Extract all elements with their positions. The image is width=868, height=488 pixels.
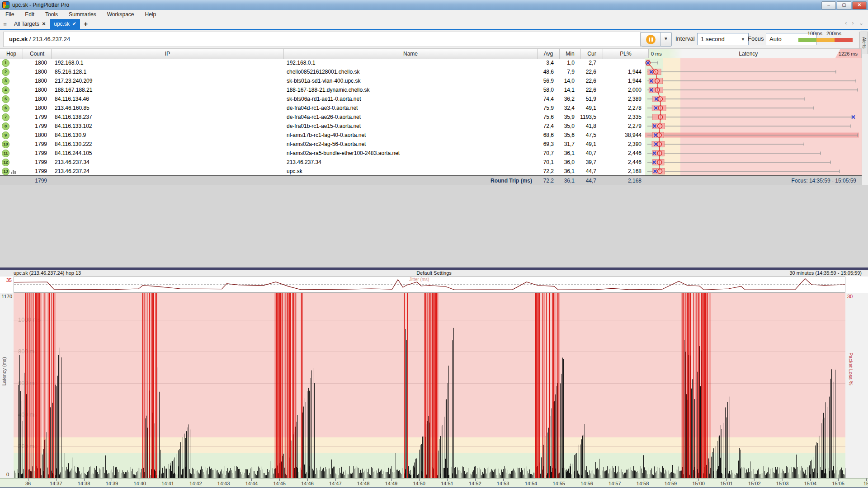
count-cell: 1799 [23, 122, 51, 131]
title-bar[interactable]: upc.sk - PingPlotter Pro – ▢ ✕ [0, 0, 868, 10]
avg-cell: 70,7 [536, 149, 557, 158]
menu-bar: FileEditToolsSummariesWorkspaceHelp [0, 10, 868, 19]
hop-cell: 11 [0, 149, 23, 158]
col-name[interactable]: Name [284, 49, 538, 59]
ip-cell: 213.46.160.85 [51, 103, 283, 113]
tab-scroll-arrows[interactable]: ‹ › ⌄ [845, 20, 865, 26]
time-tick-label: 14:56 [580, 481, 593, 486]
maximize-button[interactable]: ▢ [837, 1, 851, 9]
focus-range-label: Focus: 14:35:59 - 15:05:59 [645, 176, 862, 186]
hop-number-badge: 13 [2, 168, 9, 175]
time-tick-label: 14:51 [441, 481, 453, 486]
hop-number-badge: 10 [2, 141, 9, 148]
legend-yellow [816, 38, 835, 42]
name-cell: 192.168.0.1 [283, 58, 536, 67]
col-avg[interactable]: Avg [538, 49, 560, 59]
graphed-hop-icon [11, 169, 16, 174]
time-tick-label: 15:04 [804, 481, 817, 486]
time-tick-label: 14:41 [161, 481, 174, 486]
target-title: upc.sk / 213.46.237.24 [3, 32, 641, 47]
avg-cell: 75,6 [536, 113, 557, 122]
hamburger-icon[interactable]: ≡ [0, 20, 10, 29]
min-cell: 35,6 [557, 131, 578, 140]
tab-bar: ≡ All Targets ✕ upc.sk ✔ + [0, 19, 868, 29]
count-cell: 1800 [23, 76, 51, 85]
hop-cell: 3 [0, 76, 23, 85]
time-tick-label: 14:45 [273, 481, 286, 486]
pl-cell: 2,278 [600, 103, 645, 113]
jitter-axis-label: Jitter (ms) [409, 277, 429, 282]
avg-cell: 75,9 [536, 103, 557, 113]
time-tick-label: 15:05 [832, 481, 844, 486]
cur-cell: 44,7 [578, 167, 600, 175]
hop-cell: 7 [0, 113, 23, 122]
name-cell: de-fra04a-rc1-ae26-0.aorta.net [283, 113, 536, 122]
ip-cell: 84.116.134.46 [51, 94, 283, 103]
hop-number-badge: 3 [2, 77, 9, 85]
legend-green [798, 38, 816, 42]
menu-item-file[interactable]: File [0, 10, 19, 19]
count-cell: 1799 [23, 140, 51, 149]
ip-cell: 85.216.128.1 [51, 67, 283, 76]
avg-cell: 68,6 [536, 131, 557, 140]
tab-all-targets-label: All Targets [14, 19, 39, 29]
hop-cell: 4 [0, 85, 23, 94]
menu-item-tools[interactable]: Tools [40, 10, 63, 19]
latency-color-legend [798, 38, 853, 42]
time-tick-label: 14:52 [469, 481, 481, 486]
pause-button[interactable] [641, 32, 660, 47]
menu-item-help[interactable]: Help [140, 10, 162, 19]
pl-cell: 2,279 [600, 122, 645, 131]
col-ip[interactable]: IP [52, 49, 284, 59]
latency-title: Latency [662, 49, 835, 59]
col-hop[interactable]: Hop [0, 49, 23, 59]
ip-cell: 84.116.130.9 [51, 131, 283, 140]
hop-cell: 5 [0, 94, 23, 103]
pingplotter-window: upc.sk - PingPlotter Pro – ▢ ✕ FileEditT… [0, 0, 868, 488]
count-cell: 1799 [23, 149, 51, 158]
time-tick-label: 14:59 [665, 481, 677, 486]
min-cell: 36,1 [557, 149, 578, 158]
hop-cell: 13 [0, 167, 23, 175]
hop-number-badge: 6 [2, 104, 9, 112]
hop-number-badge: 9 [2, 131, 9, 139]
latency-canvas[interactable] [14, 293, 845, 484]
col-pl[interactable]: PL% [603, 49, 649, 59]
hop-cell: 2 [0, 67, 23, 76]
time-tick-label: 14:58 [637, 481, 649, 486]
col-cur[interactable]: Cur [581, 49, 603, 59]
menu-item-workspace[interactable]: Workspace [102, 10, 140, 19]
col-min[interactable]: Min [560, 49, 581, 59]
interval-select[interactable]: 1 second▼ [697, 33, 749, 45]
time-tick-label: 14:37 [50, 481, 62, 486]
min-cell: 1,0 [557, 58, 578, 67]
close-button[interactable]: ✕ [852, 1, 867, 9]
tab-upcsk[interactable]: upc.sk ✔ [50, 19, 80, 29]
time-tick-label: 14:54 [525, 481, 538, 486]
menu-item-edit[interactable]: Edit [19, 10, 40, 19]
count-cell: 1799 [23, 158, 51, 167]
time-tick-label: 14:47 [329, 481, 342, 486]
pl-cell: 2,390 [600, 140, 645, 149]
time-tick-label: 15:00 [692, 481, 705, 486]
time-tick-label: 14:44 [245, 481, 258, 486]
tab-all-targets[interactable]: All Targets ✕ [10, 19, 50, 29]
tab-close-icon[interactable]: ✕ [42, 19, 46, 29]
minimize-button[interactable]: – [821, 1, 836, 9]
name-cell: 213.46.237.34 [283, 158, 536, 167]
ip-cell: 213.46.237.34 [51, 158, 283, 167]
interval-label: Interval [675, 35, 695, 42]
time-tick-label: 14:43 [217, 481, 230, 486]
new-tab-button[interactable]: + [80, 19, 91, 29]
name-cell: sk-bts01a-sd1-vlan-400.upc.sk [283, 76, 536, 85]
col-latency[interactable]: 0 ms Latency 1226 ms [649, 49, 862, 59]
hop-cell: 10 [0, 140, 23, 149]
avg-cell: 70,1 [536, 158, 557, 167]
pause-dropdown[interactable]: ▼ [660, 32, 672, 47]
cur-cell: 49,1 [578, 140, 600, 149]
name-cell: chello085216128001.chello.sk [283, 67, 536, 76]
menu-item-summaries[interactable]: Summaries [63, 10, 102, 19]
jitter-strip[interactable] [14, 277, 845, 293]
col-count[interactable]: Count [23, 49, 52, 59]
cur-cell: 1193,5 [578, 113, 600, 122]
